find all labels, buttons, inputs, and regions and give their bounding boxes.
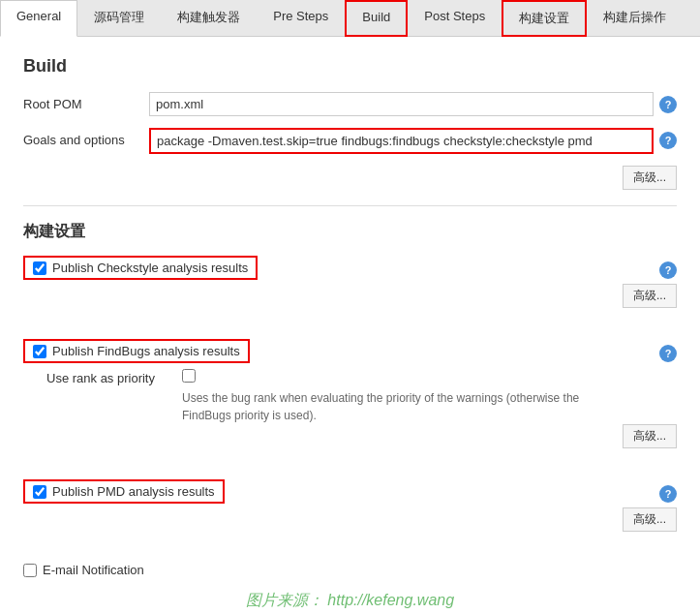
root-pom-input[interactable] [149,92,654,116]
tab-poststeps[interactable]: Post Steps [408,0,502,37]
goals-help-icon[interactable]: ? [659,132,677,149]
checkstyle-row: Publish Checkstyle analysis results ? [23,256,677,280]
checkstyle-label: Publish Checkstyle analysis results [52,261,248,275]
main-content: Build Root POM ? Goals and options ? 高级.… [0,37,700,614]
findbugs-description: Uses the bug rank when evaluating the pr… [182,389,677,424]
build-title: Build [23,56,677,77]
use-rank-checkbox[interactable] [182,369,196,383]
findbugs-row: Publish FindBugs analysis results ? [23,339,677,363]
findbugs-advanced-button[interactable]: 高级... [623,424,677,448]
tab-general[interactable]: General [0,0,77,37]
watermark-line1: 图片来源： [246,592,323,608]
email-row: E-mail Notification [23,563,677,577]
checkstyle-advanced-row: 高级... [23,284,677,308]
tab-presteps[interactable]: Pre Steps [257,0,345,37]
tab-bar: General 源码管理 构建触发器 Pre Steps Build Post … [0,0,700,37]
email-checkbox[interactable] [23,564,37,577]
goals-label: Goals and options [23,128,149,147]
pmd-checkbox-wrap: Publish PMD analysis results [23,479,225,504]
build-settings-title: 构建设置 [23,222,677,242]
root-pom-row: Root POM ? [23,92,677,116]
goals-row: Goals and options ? [23,128,677,154]
section-divider [23,205,677,206]
pmd-row: Publish PMD analysis results ? [23,479,677,504]
checkstyle-checkbox-wrap: Publish Checkstyle analysis results [23,256,258,280]
watermark-line2: http://kefeng.wang [327,592,454,608]
watermark: 图片来源： http://kefeng.wang [23,581,677,614]
findbugs-block: Publish FindBugs analysis results ? Use … [23,339,677,472]
root-pom-label: Root POM [23,92,149,111]
pmd-help-icon[interactable]: ? [659,485,677,503]
checkstyle-help-icon[interactable]: ? [659,261,677,279]
build-advanced-row: 高级... [23,166,677,190]
findbugs-help-icon[interactable]: ? [659,345,677,362]
tab-buildsettings[interactable]: 构建设置 [502,0,587,37]
email-label: E-mail Notification [43,563,144,577]
tab-trigger[interactable]: 构建触发器 [161,0,257,37]
pmd-label: Publish PMD analysis results [52,484,215,499]
root-pom-control: ? [149,92,677,116]
use-rank-label: Use rank as priority [46,369,182,385]
use-rank-row: Use rank as priority [46,369,677,385]
findbugs-checkbox-wrap: Publish FindBugs analysis results [23,339,250,363]
pmd-advanced-row: 高级... [23,507,677,532]
goals-control: ? [149,128,677,154]
pmd-block: Publish PMD analysis results ? 高级... [23,479,677,555]
tab-postbuild[interactable]: 构建后操作 [587,0,683,37]
checkstyle-checkbox[interactable] [33,261,46,275]
checkstyle-advanced-button[interactable]: 高级... [623,284,677,308]
root-pom-help-icon[interactable]: ? [659,96,677,113]
pmd-advanced-button[interactable]: 高级... [623,507,677,532]
email-checkbox-wrap: E-mail Notification [23,563,144,577]
findbugs-checkbox[interactable] [33,345,46,358]
build-advanced-button[interactable]: 高级... [623,166,677,190]
findbugs-label: Publish FindBugs analysis results [52,344,240,358]
tab-build[interactable]: Build [345,0,408,37]
checkstyle-block: Publish Checkstyle analysis results ? 高级… [23,256,677,331]
pmd-checkbox[interactable] [33,485,46,499]
findbugs-advanced-row: 高级... [23,424,677,448]
tab-source[interactable]: 源码管理 [77,0,161,37]
goals-input[interactable] [149,128,654,154]
